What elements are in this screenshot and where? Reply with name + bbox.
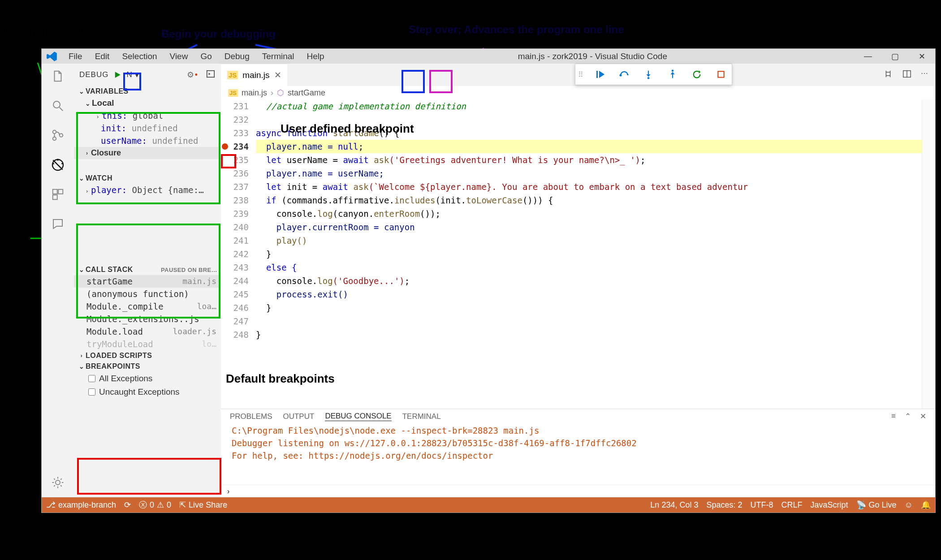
closure-scope-row[interactable]: ›Closure bbox=[74, 147, 221, 159]
closure-label: Closure bbox=[91, 148, 121, 158]
code-area[interactable]: 231232233 234235236 237238239 240241242 … bbox=[221, 99, 935, 409]
bp-all-exceptions-checkbox[interactable] bbox=[88, 375, 95, 382]
minimap[interactable] bbox=[922, 99, 935, 409]
settings-dot-icon: • bbox=[195, 70, 198, 80]
panel-close-icon[interactable]: ✕ bbox=[920, 412, 926, 421]
menu-help[interactable]: Help bbox=[301, 50, 331, 63]
drag-handle-icon[interactable]: ⠿ bbox=[578, 70, 582, 79]
svg-rect-18 bbox=[58, 190, 63, 194]
var-username-key[interactable]: userName: bbox=[101, 136, 147, 146]
compare-changes-icon[interactable] bbox=[883, 69, 893, 81]
breadcrumb-file[interactable]: main.js bbox=[242, 88, 267, 98]
debug-settings-icon[interactable]: ⚙ bbox=[187, 70, 194, 80]
watch-section-head[interactable]: ⌄WATCH bbox=[74, 173, 221, 184]
status-bell-icon[interactable]: 🔔 bbox=[921, 500, 931, 510]
panel-tab-output[interactable]: OUTPUT bbox=[283, 412, 314, 421]
panel-maximize-icon[interactable]: ⌃ bbox=[905, 412, 911, 421]
breadcrumb-nav-arrow[interactable]: › bbox=[221, 485, 935, 497]
breakpoints-head[interactable]: ⌄BREAKPOINTS bbox=[74, 361, 221, 372]
status-encoding[interactable]: UTF-8 bbox=[751, 500, 773, 510]
status-language[interactable]: JavaScript bbox=[811, 500, 848, 510]
debug-toolbar[interactable]: ⠿ bbox=[575, 64, 732, 85]
status-errors[interactable]: ⓧ 0 ⚠ 0 bbox=[139, 500, 171, 510]
callstack-row[interactable]: startGamemain.js bbox=[74, 275, 221, 288]
callstack-row[interactable]: Module.loadloader.js bbox=[74, 325, 221, 338]
status-branch[interactable]: ⎇ example-branch bbox=[46, 500, 116, 510]
editor-tabbar: JS main.js ✕ ⠿ bbox=[221, 64, 935, 86]
callstack-row[interactable]: tryModuleLoadlo… bbox=[74, 338, 221, 350]
anno-user-breakpoint: User defined breakpoint bbox=[281, 122, 414, 136]
loaded-scripts-head[interactable]: ›LOADED SCRIPTS bbox=[74, 350, 221, 361]
menu-selection[interactable]: Selection bbox=[116, 50, 163, 63]
breakpoint-dot[interactable] bbox=[222, 143, 228, 150]
menu-debug[interactable]: Debug bbox=[218, 50, 256, 63]
debug-continue-button[interactable] bbox=[592, 66, 608, 82]
liveshare-icon[interactable] bbox=[50, 216, 66, 232]
debug-stop-button[interactable] bbox=[713, 66, 729, 82]
status-eol[interactable]: CRLF bbox=[781, 500, 803, 510]
breadcrumb-symbol[interactable]: startGame bbox=[288, 88, 325, 98]
panel-tab-debug-console[interactable]: DEBUG CONSOLE bbox=[325, 412, 391, 421]
more-actions-icon[interactable]: ⋯ bbox=[921, 69, 928, 81]
status-feedback-icon[interactable]: ☺ bbox=[905, 500, 913, 510]
svg-line-8 bbox=[60, 108, 63, 111]
debug-sidebar: DEBUG N ▾ ⚙ • ⌄VARIABLES ⌄Local ›this: g… bbox=[74, 64, 221, 497]
watch-label: WATCH bbox=[86, 174, 112, 182]
status-sync-icon[interactable]: ⟳ bbox=[124, 500, 131, 510]
window-maximize-button[interactable]: ▢ bbox=[881, 49, 908, 64]
tab-close-icon[interactable]: ✕ bbox=[274, 70, 281, 80]
panel-filter-icon[interactable]: ≡ bbox=[891, 412, 896, 421]
menu-go[interactable]: Go bbox=[194, 50, 218, 63]
settings-gear-icon[interactable] bbox=[50, 474, 66, 491]
debug-step-out-button[interactable] bbox=[665, 66, 681, 82]
panel-tab-problems[interactable]: PROBLEMS bbox=[230, 412, 272, 421]
search-icon[interactable] bbox=[50, 98, 66, 114]
menu-terminal[interactable]: Terminal bbox=[256, 50, 301, 63]
editor-actions: ⋯ bbox=[883, 69, 935, 81]
window-close-button[interactable]: ✕ bbox=[908, 49, 935, 64]
status-spaces[interactable]: Spaces: 2 bbox=[706, 500, 742, 510]
status-golive[interactable]: 📡 Go Live bbox=[856, 500, 897, 510]
debug-step-over-button[interactable] bbox=[616, 66, 632, 82]
variables-section-head[interactable]: ⌄VARIABLES bbox=[74, 86, 221, 97]
debug-head: DEBUG N ▾ ⚙ • bbox=[74, 64, 221, 86]
anno-common-vars: Common Variables bbox=[4, 25, 100, 38]
chevron-down-icon[interactable]: ▾ bbox=[135, 70, 139, 80]
status-live-share[interactable]: ⇱ Live Share bbox=[179, 500, 227, 510]
callstack-row[interactable]: Module._compileloa… bbox=[74, 300, 221, 313]
menu-file[interactable]: File bbox=[62, 50, 89, 63]
status-cursor[interactable]: Ln 234, Col 3 bbox=[650, 500, 698, 510]
svg-point-27 bbox=[672, 69, 674, 72]
debug-icon[interactable] bbox=[50, 157, 66, 173]
js-file-icon: JS bbox=[228, 89, 238, 97]
bp-uncaught-checkbox[interactable] bbox=[88, 388, 95, 396]
editor-tab-mainjs[interactable]: JS main.js ✕ bbox=[221, 64, 288, 86]
callstack-row[interactable]: Module._extensions..js bbox=[74, 313, 221, 325]
extensions-icon[interactable] bbox=[50, 186, 66, 202]
var-this-key[interactable]: this: bbox=[102, 111, 127, 121]
callstack-box: startGamemain.js (anonymous function) Mo… bbox=[74, 275, 221, 350]
debug-console-toggle-icon[interactable] bbox=[206, 69, 216, 81]
debug-step-into-button[interactable] bbox=[640, 66, 656, 82]
local-scope-label[interactable]: Local bbox=[92, 98, 114, 108]
panel-tab-terminal[interactable]: TERMINAL bbox=[402, 412, 441, 421]
callstack-row[interactable]: (anonymous function) bbox=[74, 288, 221, 300]
var-init-key[interactable]: init: bbox=[101, 123, 126, 133]
split-editor-icon[interactable] bbox=[902, 69, 912, 81]
debug-restart-button[interactable] bbox=[689, 66, 705, 82]
watch-row-player[interactable]: ›player: Object {name:… bbox=[74, 184, 221, 196]
start-debugging-button[interactable] bbox=[111, 69, 124, 81]
explorer-icon[interactable] bbox=[50, 68, 66, 84]
svg-rect-21 bbox=[207, 70, 215, 77]
debug-config-dropdown[interactable]: N bbox=[126, 70, 132, 79]
watch-box: ›player: Object {name:… bbox=[74, 184, 221, 264]
code-body[interactable]: //actual game implementation definition … bbox=[256, 99, 922, 409]
callstack-section-head[interactable]: ⌄CALL STACKPAUSED ON BRE… bbox=[74, 264, 221, 275]
breadcrumb[interactable]: JS main.js › ⬡ startGame bbox=[221, 86, 935, 99]
window-minimize-button[interactable]: ― bbox=[855, 49, 881, 64]
debug-console-output[interactable]: C:\Program Files\nodejs\node.exe --inspe… bbox=[221, 424, 935, 465]
menu-edit[interactable]: Edit bbox=[89, 50, 116, 63]
variables-label: VARIABLES bbox=[86, 87, 129, 95]
scm-icon[interactable] bbox=[50, 127, 66, 143]
menu-view[interactable]: View bbox=[164, 50, 194, 63]
